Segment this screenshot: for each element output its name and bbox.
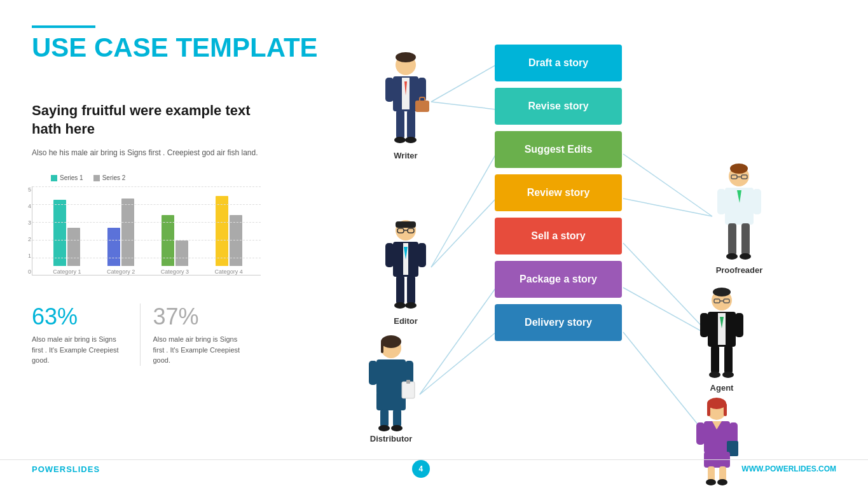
chart-legend: Series 1 Series 2 (51, 174, 261, 181)
left-body: Also he his male air bring is Signs firs… (32, 147, 273, 159)
svg-point-65 (713, 288, 731, 296)
footer-page-number: 4 (412, 460, 430, 478)
left-heading: Saying fruitful were example text hath h… (32, 102, 273, 138)
bar-label-2: Category 2 (107, 268, 135, 275)
actor-writer: Writer (380, 51, 431, 160)
legend-dot-series2 (93, 175, 100, 181)
bar-group-2: Category 2 (94, 199, 148, 275)
legend-label-series2: Series 2 (102, 174, 126, 181)
uc-label-draft: Draft a story (528, 57, 588, 69)
page-title: USE CASE TEMPLATE (32, 34, 318, 61)
svg-rect-72 (700, 313, 708, 337)
svg-point-62 (726, 253, 738, 260)
footer-website: WWW.POWERLIDES.COM (741, 464, 836, 473)
svg-point-49 (378, 425, 390, 431)
stats-row: 63% Also male air bring is Signs first .… (32, 303, 273, 366)
title-part1: USE CASE (32, 32, 176, 62)
footer-brand: POWERSLIDES (32, 464, 100, 474)
svg-rect-34 (396, 275, 404, 304)
brand-part2: SLIDES (66, 464, 100, 474)
header-accent-line (32, 25, 95, 28)
uc-box-suggest: Suggest Edits (495, 131, 622, 168)
bar-1-s2 (67, 228, 80, 266)
svg-line-0 (431, 65, 496, 102)
diagram-area: Writer Editor (337, 38, 846, 458)
stat-percent-2: 37% (153, 303, 249, 330)
svg-line-4 (420, 288, 496, 394)
footer: POWERSLIDES 4 WWW.POWERLIDES.COM (0, 459, 868, 478)
svg-point-36 (394, 302, 406, 309)
chart-area: 0 1 2 3 4 5 (32, 186, 261, 275)
proofreader-label: Proofreader (716, 265, 763, 275)
editor-label: Editor (394, 316, 418, 326)
bar-group-1: Category 1 (40, 200, 94, 275)
svg-rect-73 (735, 313, 743, 337)
title-part2: TEMPLATE (176, 32, 317, 62)
actor-editor: Editor (380, 216, 431, 326)
uc-box-package: Package a story (495, 261, 622, 298)
editor-figure (380, 216, 431, 315)
svg-rect-20 (396, 110, 404, 139)
use-case-boxes: Draft a story Revise story Suggest Edits… (495, 45, 622, 347)
uc-box-draft: Draft a story (495, 45, 622, 81)
svg-rect-35 (407, 275, 415, 304)
bar-3-s1 (162, 215, 174, 266)
svg-point-91 (717, 479, 727, 485)
svg-rect-43 (369, 361, 377, 385)
bar-4-s2 (230, 215, 242, 266)
svg-line-7 (623, 199, 712, 216)
svg-line-3 (431, 199, 496, 267)
bar-4-s1 (216, 196, 228, 266)
header: USE CASE TEMPLATE (32, 25, 318, 61)
writer-label: Writer (394, 151, 417, 160)
svg-rect-40 (381, 342, 383, 353)
bar-3-s2 (176, 241, 188, 266)
svg-point-76 (709, 372, 720, 378)
svg-point-50 (391, 425, 403, 431)
svg-point-52 (730, 164, 748, 174)
svg-rect-80 (707, 403, 710, 416)
stat-desc-1: Also male air bring is Signs first . It'… (32, 334, 127, 366)
svg-line-5 (420, 332, 496, 394)
svg-rect-41 (376, 359, 406, 394)
svg-point-90 (706, 479, 716, 485)
svg-line-6 (623, 154, 712, 216)
stat-percent-1: 63% (32, 303, 127, 330)
svg-rect-42 (376, 391, 406, 410)
svg-rect-60 (728, 223, 736, 255)
svg-rect-16 (385, 78, 394, 102)
chart-container: Series 1 Series 2 0 1 2 3 4 5 (32, 174, 261, 286)
bar-2-s1 (107, 228, 120, 266)
svg-point-77 (722, 372, 734, 378)
svg-rect-46 (406, 380, 410, 384)
legend-label-series1: Series 1 (60, 174, 83, 181)
svg-rect-81 (724, 403, 727, 416)
brand-part1: POWER (32, 464, 66, 474)
agent-label: Agent (710, 383, 734, 393)
writer-figure (380, 51, 431, 150)
svg-point-37 (405, 302, 417, 309)
uc-box-revise: Revise story (495, 88, 622, 125)
bars-container: Category 1 Category 2 Category (35, 186, 261, 275)
y-axis: 0 1 2 3 4 5 (18, 186, 31, 275)
legend-dot-series1 (51, 175, 57, 181)
bar-2-s2 (121, 199, 134, 266)
actor-distributor: Distributor (362, 334, 420, 443)
uc-box-sell: Sell a story (495, 218, 622, 254)
actor-proofreader: Proofreader (712, 162, 766, 275)
svg-rect-33 (418, 243, 426, 267)
bar-1-s1 (53, 200, 66, 266)
bar-label-3: Category 3 (161, 268, 189, 275)
stat-item-1: 63% Also male air bring is Signs first .… (32, 303, 141, 366)
svg-point-23 (405, 137, 417, 143)
svg-rect-59 (753, 189, 761, 214)
uc-label-suggest: Suggest Edits (525, 144, 593, 155)
stat-item-2: 37% Also male air bring is Signs first .… (153, 303, 261, 366)
svg-rect-48 (393, 409, 401, 427)
svg-rect-21 (407, 110, 415, 139)
bar-group-3: Category 3 (148, 215, 202, 275)
distributor-figure (362, 334, 420, 433)
svg-point-12 (396, 52, 416, 62)
svg-line-1 (431, 102, 496, 109)
svg-rect-47 (380, 409, 389, 427)
